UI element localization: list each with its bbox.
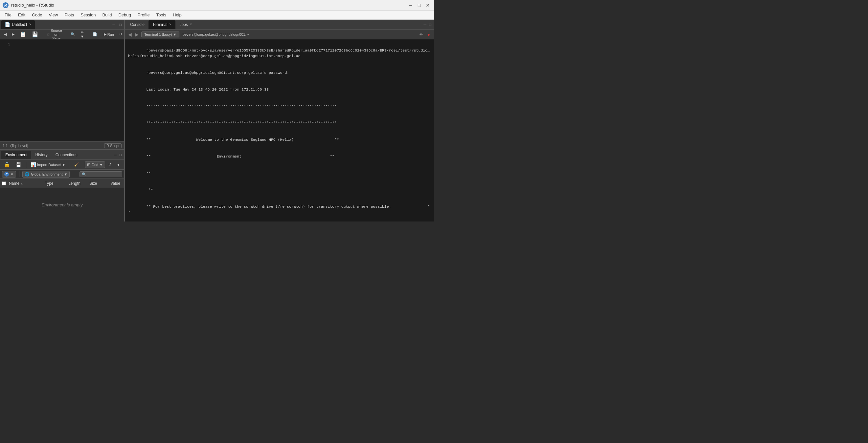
terminal-icon-btns: ✏ ● xyxy=(418,31,431,38)
new-script-btn[interactable]: 📋 xyxy=(18,31,28,38)
left-pane: 📄 Untitled1 ✕ ─ □ ◀ ▶ 📋 💾 ☑ S xyxy=(0,20,125,222)
clear-console-btn[interactable]: 🧹 xyxy=(72,162,81,167)
maximize-right-top-btn[interactable]: □ xyxy=(428,22,433,28)
source-on-save-btn[interactable]: ☑ Source on Save xyxy=(45,28,64,41)
terminal-blank-2: ** xyxy=(146,188,153,192)
menu-session[interactable]: Session xyxy=(77,11,99,19)
terminal-line-2: rbevers@corp.gel.ac@phpgridzlogn001.int.… xyxy=(146,71,289,75)
grid-dropdown-icon: ▼ xyxy=(99,163,103,167)
minimize-right-top-btn[interactable]: ─ xyxy=(422,22,428,28)
refresh-dropdown-btn[interactable]: ▼ xyxy=(115,162,122,167)
name-sort-arrow[interactable]: ▲ xyxy=(20,182,23,185)
col-name: Name ▲ xyxy=(6,181,42,186)
right-top: Console Terminal ✕ Jobs ✕ ─ □ ◀ ▶ xyxy=(125,20,434,222)
close-button[interactable]: ✕ xyxy=(424,2,431,9)
terminal-separator-1: ****************************************… xyxy=(146,104,337,108)
terminal-line-3: Last login: Tue May 24 13:46:20 2022 fro… xyxy=(146,87,269,92)
env-empty-message: Environment is empty xyxy=(0,188,124,222)
menu-build[interactable]: Build xyxy=(99,11,115,19)
terminal-session-dropdown[interactable]: Terminal 1 (busy) ▼ xyxy=(141,32,179,37)
editor-toolbar: ◀ ▶ 📋 💾 ☑ Source on Save 🔍 ✏ ▼ 📄 ▶ Run xyxy=(0,30,124,39)
right-pane: Console Terminal ✕ Jobs ✕ ─ □ ◀ ▶ xyxy=(125,20,434,222)
menu-debug[interactable]: Debug xyxy=(115,11,134,19)
terminal-welcome-2: ** Environment ** xyxy=(146,154,335,159)
editor-status-bar: 1:1 (Top Level) R Script xyxy=(0,141,124,149)
minimize-button[interactable]: ─ xyxy=(407,2,414,9)
menu-plots[interactable]: Plots xyxy=(61,11,77,19)
grid-dropdown-btn[interactable]: ⊞ Grid ▼ xyxy=(85,162,105,168)
col-length: Length xyxy=(66,181,87,186)
editor-tab-close[interactable]: ✕ xyxy=(29,23,32,26)
terminal-close-btn[interactable]: ● xyxy=(426,31,431,38)
maximize-editor-btn[interactable]: □ xyxy=(118,22,123,28)
run-btn[interactable]: ▶ Run xyxy=(102,32,116,37)
title-bar-controls: ─ □ ✕ xyxy=(407,2,431,9)
terminal-forward-btn[interactable]: ▶ xyxy=(134,32,139,37)
title-bar: R rstudio_helix - RStudio ─ □ ✕ xyxy=(0,0,434,10)
tab-jobs[interactable]: Jobs ✕ xyxy=(176,20,196,29)
terminal-content[interactable]: rbevers@oasl-d8666:/mnt/ovd/slaveserver/… xyxy=(125,39,434,222)
import-dropdown-icon[interactable]: ▼ xyxy=(62,163,65,167)
menu-view[interactable]: View xyxy=(45,11,61,19)
bottom-left-pane: Environment History Connections ─ □ 🔓 💾 … xyxy=(0,149,124,222)
code-area[interactable] xyxy=(11,39,124,141)
col-value: Value xyxy=(108,181,123,186)
terminal-edit-btn[interactable]: ✏ xyxy=(418,31,425,38)
terminal-blank-1: ** xyxy=(146,171,151,175)
back-btn[interactable]: ◀ xyxy=(2,32,8,37)
menu-profile[interactable]: Profile xyxy=(134,11,153,19)
menu-bar: File Edit Code View Plots Session Build … xyxy=(0,10,434,20)
minimize-bottom-left-btn[interactable]: ─ xyxy=(112,152,118,158)
editor-tab-controls: ─ □ xyxy=(111,22,123,28)
menu-code[interactable]: Code xyxy=(29,11,45,19)
import-dataset-btn[interactable]: 📊 Import Dataset ▼ xyxy=(29,162,67,168)
app-logo: R xyxy=(3,2,8,8)
refresh-btn[interactable]: ↺ xyxy=(106,162,113,167)
env-search-input[interactable] xyxy=(80,171,122,177)
col-type: Type xyxy=(42,181,66,186)
rerun-btn[interactable]: ↺ xyxy=(117,32,124,37)
terminal-welcome-1: ** Welcome to the Genomics England HPC (… xyxy=(146,137,339,142)
global-env-dropdown-icon: ▼ xyxy=(64,172,68,176)
save-workspace-btn[interactable]: 💾 xyxy=(13,161,24,168)
source-on-save-label: Source on Save xyxy=(51,29,62,40)
select-all-checkbox[interactable] xyxy=(2,181,6,185)
grid-label: Grid xyxy=(91,163,98,167)
env-table-header: Name ▲ Type Length Size Value xyxy=(0,179,124,188)
terminal-back-btn[interactable]: ◀ xyxy=(127,32,132,37)
terminal-best-practices: ** For best practices, please write to t… xyxy=(128,204,430,214)
search-btn[interactable]: 🔍 xyxy=(69,32,77,37)
save-btn[interactable]: 💾 xyxy=(30,31,40,38)
editor-pane: 📄 Untitled1 ✕ ─ □ ◀ ▶ 📋 💾 ☑ S xyxy=(0,20,124,149)
terminal-server-label: rbevers@corp.gel.ac@phpgridzlogn001: ~ xyxy=(181,33,416,36)
code-tools-btn[interactable]: ✏ ▼ xyxy=(79,30,86,39)
tab-terminal[interactable]: Terminal ✕ xyxy=(149,20,176,29)
load-workspace-btn[interactable]: 🔓 xyxy=(2,161,12,168)
tab-connections[interactable]: Connections xyxy=(52,150,82,159)
menu-help[interactable]: Help xyxy=(169,11,185,19)
r-dropdown-btn[interactable]: R ▼ xyxy=(2,171,16,177)
maximize-bottom-left-btn[interactable]: □ xyxy=(118,152,123,158)
compile-btn[interactable]: 📄 xyxy=(91,32,99,37)
global-env-btn[interactable]: 🌐 Global Environment ▼ xyxy=(22,171,70,177)
menu-file[interactable]: File xyxy=(1,11,15,19)
bottom-left-tab-bar: Environment History Connections ─ □ xyxy=(0,150,124,160)
tab-console[interactable]: Console xyxy=(126,20,149,29)
cursor-position: 1:1 xyxy=(3,144,7,148)
jobs-tab-close[interactable]: ✕ xyxy=(190,23,192,26)
maximize-button[interactable]: □ xyxy=(415,2,423,9)
terminal-tab-close[interactable]: ✕ xyxy=(169,23,172,26)
menu-tools[interactable]: Tools xyxy=(153,11,169,19)
menu-edit[interactable]: Edit xyxy=(15,11,29,19)
file-type[interactable]: R Script xyxy=(104,143,122,148)
right-tab-bar: Console Terminal ✕ Jobs ✕ ─ □ xyxy=(125,20,434,30)
tab-history[interactable]: History xyxy=(31,150,51,159)
import-dataset-label: Import Dataset xyxy=(37,163,61,167)
terminal-separator-2: ****************************************… xyxy=(146,121,337,125)
main-layout: 📄 Untitled1 ✕ ─ □ ◀ ▶ 📋 💾 ☑ S xyxy=(0,20,434,222)
app-title: rstudio_helix - RStudio xyxy=(11,3,404,7)
tab-environment[interactable]: Environment xyxy=(1,150,31,159)
forward-btn[interactable]: ▶ xyxy=(10,32,17,37)
editor-tab-untitled1[interactable]: 📄 Untitled1 ✕ xyxy=(1,20,35,29)
minimize-editor-btn[interactable]: ─ xyxy=(111,22,117,28)
